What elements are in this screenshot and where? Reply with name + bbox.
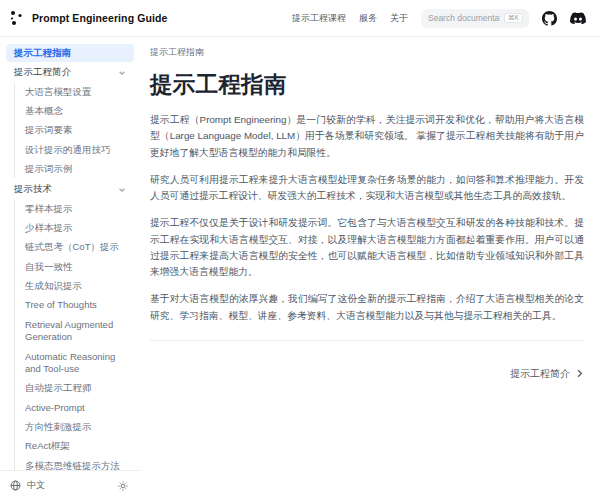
sidebar-item-intro[interactable]: 提示工程简介 (6, 63, 134, 81)
github-icon[interactable] (542, 11, 557, 26)
sidebar-group-techniques: 零样本提示 少样本提示 链式思考（CoT）提示 自我一致性 生成知识提示 Tre… (14, 200, 134, 470)
sidebar: 提示工程指南 提示工程简介 大语言模型设置 基本概念 提示词要素 设计提示的通用… (0, 37, 140, 500)
sidebar-item-tot[interactable]: Tree of Thoughts (17, 296, 134, 314)
sidebar-nav: 提示工程指南 提示工程简介 大语言模型设置 基本概念 提示词要素 设计提示的通用… (0, 37, 140, 470)
sidebar-item-art[interactable]: Automatic Reasoning and Tool-use (17, 348, 134, 379)
main-content: 提示工程指南 提示工程指南 提示工程（Prompt Engineering）是一… (140, 37, 600, 500)
nav-course-link[interactable]: 提示工程课程 (292, 12, 346, 25)
chevron-down-icon (118, 69, 126, 77)
sidebar-footer: 中文 (0, 470, 140, 500)
sidebar-item-react[interactable]: ReAct框架 (17, 437, 134, 455)
sidebar-item-elements[interactable]: 提示词要素 (17, 121, 134, 139)
sidebar-item-fewshot[interactable]: 少样本提示 (17, 219, 134, 237)
sun-icon (118, 481, 128, 491)
search-input[interactable] (428, 13, 500, 23)
page-title: 提示工程指南 (150, 69, 584, 100)
sidebar-item-techniques[interactable]: 提示技术 (6, 180, 134, 198)
theme-toggle[interactable] (118, 481, 128, 491)
sidebar-item-basics[interactable]: 基本概念 (17, 102, 134, 120)
sidebar-item-tips[interactable]: 设计提示的通用技巧 (17, 141, 134, 159)
next-page-link[interactable]: 提示工程简介 (510, 367, 584, 381)
chevron-right-icon (575, 369, 584, 378)
sidebar-item-consistency[interactable]: 自我一致性 (17, 258, 134, 276)
breadcrumb: 提示工程指南 (150, 46, 584, 59)
header: Prompt Engineering Guide 提示工程课程 服务 关于 ⌘K (0, 0, 600, 37)
paragraph-2: 研究人员可利用提示工程来提升大语言模型处理复杂任务场景的能力，如问答和算术推理能… (150, 172, 584, 205)
paragraph-3: 提示工程不仅仅是关于设计和研发提示词。它包含了与大语言模型交互和研发的各种技能和… (150, 215, 584, 280)
header-nav: 提示工程课程 服务 关于 ⌘K (292, 9, 586, 28)
discord-icon[interactable] (570, 12, 586, 25)
nav-about-link[interactable]: 关于 (390, 12, 408, 25)
paragraph-4: 基于对大语言模型的浓厚兴趣，我们编写了这份全新的提示工程指南，介绍了大语言模型相… (150, 291, 584, 324)
search-shortcut-kbd: ⌘K (504, 13, 523, 24)
chevron-down-icon (118, 186, 126, 194)
sidebar-item-ape[interactable]: 自动提示工程师 (17, 379, 134, 397)
sidebar-item-examples[interactable]: 提示词示例 (17, 160, 134, 178)
logo-icon (10, 10, 25, 26)
sidebar-item-cot[interactable]: 链式思考（CoT）提示 (17, 238, 134, 256)
sidebar-item-prompt-guide[interactable]: 提示工程指南 (6, 44, 134, 62)
nav-services-link[interactable]: 服务 (359, 12, 377, 25)
search-box[interactable]: ⌘K (421, 9, 529, 28)
sidebar-group-intro: 大语言模型设置 基本概念 提示词要素 设计提示的通用技巧 提示词示例 (14, 83, 134, 179)
pagination: 提示工程简介 (150, 341, 584, 381)
language-switcher[interactable]: 中文 (10, 479, 45, 492)
sidebar-item-knowledge[interactable]: 生成知识提示 (17, 277, 134, 295)
sidebar-item-zeroshot[interactable]: 零样本提示 (17, 200, 134, 218)
sidebar-item-llm-settings[interactable]: 大语言模型设置 (17, 83, 134, 101)
paragraph-1: 提示工程（Prompt Engineering）是一门较新的学科，关注提示词开发… (150, 112, 584, 161)
sidebar-item-active-prompt[interactable]: Active-Prompt (17, 399, 134, 417)
sidebar-item-dsp[interactable]: 方向性刺激提示 (17, 418, 134, 436)
sidebar-item-rag[interactable]: Retrieval Augmented Generation (17, 316, 134, 347)
globe-icon (10, 480, 21, 491)
brand-title: Prompt Engineering Guide (32, 12, 167, 24)
brand[interactable]: Prompt Engineering Guide (10, 10, 167, 26)
sidebar-item-multimodal-cot[interactable]: 多模态思维链提示方法 (17, 457, 134, 470)
